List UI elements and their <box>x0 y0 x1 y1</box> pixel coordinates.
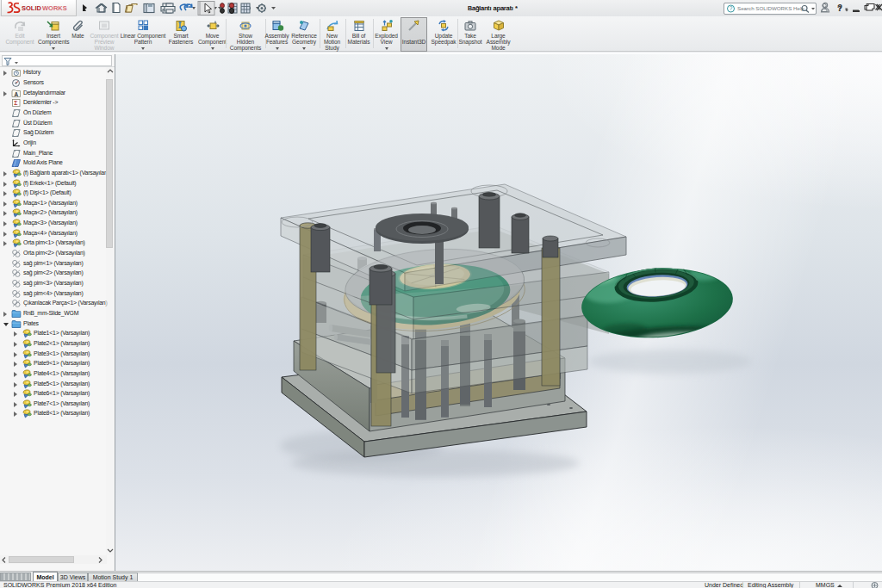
svg-text:?: ? <box>730 5 733 11</box>
svg-text:A: A <box>14 90 18 96</box>
svg-text:Search SOLIDWORKS Help: Search SOLIDWORKS Help <box>737 5 804 11</box>
svg-text:Σ: Σ <box>14 100 17 106</box>
svg-text:WORKS: WORKS <box>42 4 67 12</box>
svg-text:?: ? <box>837 3 842 13</box>
svg-text:SOLID: SOLID <box>22 4 42 12</box>
